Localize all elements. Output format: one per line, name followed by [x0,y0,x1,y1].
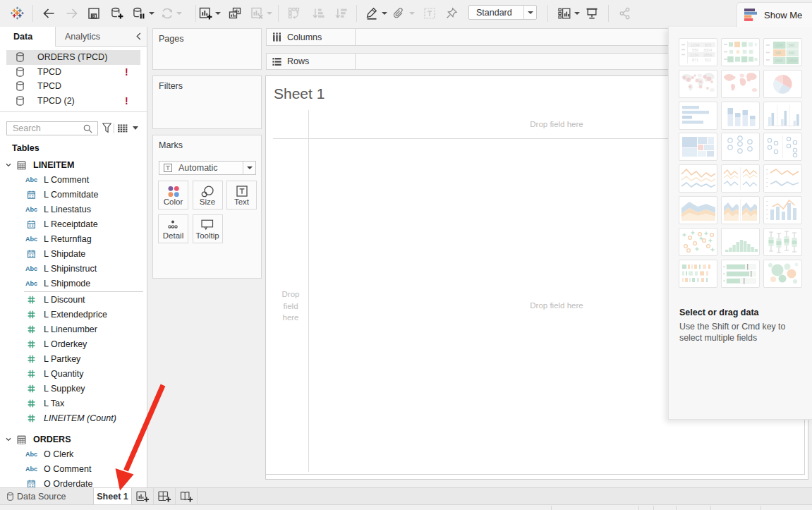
field-row[interactable]: L Receiptdate [0,217,147,231]
chevron-down-icon[interactable] [6,437,11,442]
redo-button[interactable] [64,6,80,21]
mark-type-dropdown[interactable]: Automatic [159,161,256,175]
field-row[interactable]: L Orderkey [0,336,147,351]
table-group-header[interactable]: LINEITEM [0,157,147,173]
field-row[interactable]: Abc L Shipinstruct [0,261,147,276]
mark-type-caret[interactable] [243,162,255,174]
new-dashboard-tab-button[interactable] [154,488,176,505]
showme-thumb-horizontal-bars[interactable] [679,102,717,130]
pages-card[interactable]: Pages [152,28,262,70]
sheet-title[interactable]: Sheet 1 [274,85,325,102]
text-button[interactable]: Text [226,181,257,210]
showme-thumb-symbol-map[interactable] [679,70,717,98]
fix-axes-button [444,6,459,21]
fit-selector[interactable]: Standard [468,5,537,20]
showme-thumb-heat-map[interactable]: 1234540948640240510530 [763,38,802,66]
showme-thumb-continuous-area[interactable] [679,196,717,224]
field-row[interactable]: Abc L Shipmode [0,276,147,291]
field-row[interactable]: L Shipdate [0,246,147,261]
field-row[interactable]: Abc O Comment [0,461,147,476]
showme-thumb-histogram[interactable] [721,228,760,256]
new-worksheet-tab-button[interactable] [133,488,154,505]
showme-thumb-continuous-lines[interactable] [679,164,717,193]
undo-button[interactable] [41,6,56,21]
field-row[interactable]: L Commitdate [0,187,147,202]
presentation-mode-button[interactable] [584,6,600,21]
datasource-row[interactable]: TPCD [6,79,140,94]
table-group-header[interactable]: ORDERS [0,432,147,447]
share-button [617,6,633,21]
pause-auto-updates-caret[interactable] [149,12,154,15]
svg-text:2859: 2859 [703,53,712,57]
field-row[interactable]: L Partkey [0,351,147,366]
show-me-button[interactable]: Show Me [737,2,812,27]
date-type-icon [25,220,37,229]
filters-card[interactable]: Filters [152,75,262,129]
duplicate-button[interactable] [227,6,243,21]
search-box[interactable] [6,121,98,135]
showme-thumb-gantt[interactable] [679,260,717,288]
tab-analytics[interactable]: Analytics [55,27,147,47]
tab-data[interactable]: Data [0,27,55,47]
showme-thumb-discrete-lines[interactable] [721,164,760,193]
field-row[interactable]: Abc L Linestatus [0,202,147,217]
showme-thumb-circle-views[interactable] [721,133,760,161]
pause-auto-updates-button[interactable] [131,6,146,21]
showme-thumb-box-and-whisker[interactable] [763,228,802,256]
view-options-caret[interactable] [133,126,138,130]
showme-thumb-bullet-graph[interactable] [721,260,760,288]
show-me-caption-line2: select multiple fields [679,333,757,343]
collapse-pane-icon[interactable] [136,32,141,40]
size-button[interactable]: Size [193,181,223,210]
showme-thumb-discrete-area[interactable] [721,196,760,224]
filter-fields-icon[interactable] [102,123,111,133]
database-icon [16,81,24,91]
showme-thumb-text-table[interactable]: 1234573550300422302859871522 [679,38,717,66]
tables-label: Tables [12,143,40,153]
field-row[interactable]: L Suppkey [0,381,147,396]
datasource-row[interactable]: TPCD (2) ! [6,94,140,109]
field-row[interactable]: L Extendedprice [0,307,147,322]
datasource-row[interactable]: ORDERS (TPCD) [6,50,140,65]
field-row[interactable]: Abc O Clerk [0,447,147,461]
field-row[interactable]: L Discount [0,292,147,307]
detail-button[interactable]: Detail [158,214,188,243]
field-row[interactable]: L Tax [0,396,147,411]
field-row[interactable]: L Linenumber [0,322,147,336]
showme-thumb-highlight-table[interactable] [721,38,760,66]
new-worksheet-button[interactable] [198,6,213,21]
field-row[interactable]: LINEITEM (Count) [0,411,147,425]
showme-thumb-scatter-plot[interactable] [679,228,717,256]
datasource-error-icon: ! [125,95,128,107]
showme-thumb-treemap[interactable] [679,133,717,161]
color-button[interactable]: Color [158,181,188,210]
view-options-icon[interactable] [118,124,128,133]
showme-thumb-dual-lines[interactable] [763,164,802,193]
showme-thumb-packed-bubbles[interactable] [763,260,802,288]
save-button[interactable] [86,6,102,21]
highlight-caret[interactable] [382,12,387,15]
showme-thumb-filled-map[interactable] [721,70,760,98]
new-worksheet-caret[interactable] [215,12,221,15]
field-row[interactable]: Abc L Returnflag [0,231,147,246]
showme-thumb-side-by-side-bars[interactable] [763,102,802,130]
show-hide-cards-button[interactable] [557,6,572,21]
tab-data-source[interactable]: Data Source [0,488,93,505]
datasource-row[interactable]: TPCD ! [6,65,140,80]
field-row[interactable]: L Quantity [0,366,147,381]
showme-thumb-stacked-bars[interactable] [721,102,760,130]
tooltip-button[interactable]: Tooltip [193,214,223,243]
tab-sheet1[interactable]: Sheet 1 [93,488,132,505]
field-row[interactable]: Abc L Comment [0,172,147,187]
new-data-source-button[interactable] [109,6,124,21]
showme-thumb-side-by-side-circles[interactable] [763,133,802,161]
showme-thumb-pie-chart[interactable] [763,70,802,98]
search-input[interactable] [13,123,83,133]
new-story-tab-button[interactable] [176,488,198,505]
highlight-button[interactable] [364,6,380,21]
showme-thumb-dual-combination[interactable] [763,196,802,224]
fit-selector-value: Standard [469,8,523,18]
chevron-down-icon[interactable] [6,163,11,167]
show-hide-cards-caret[interactable] [574,12,580,15]
fit-selector-caret[interactable] [523,6,536,19]
